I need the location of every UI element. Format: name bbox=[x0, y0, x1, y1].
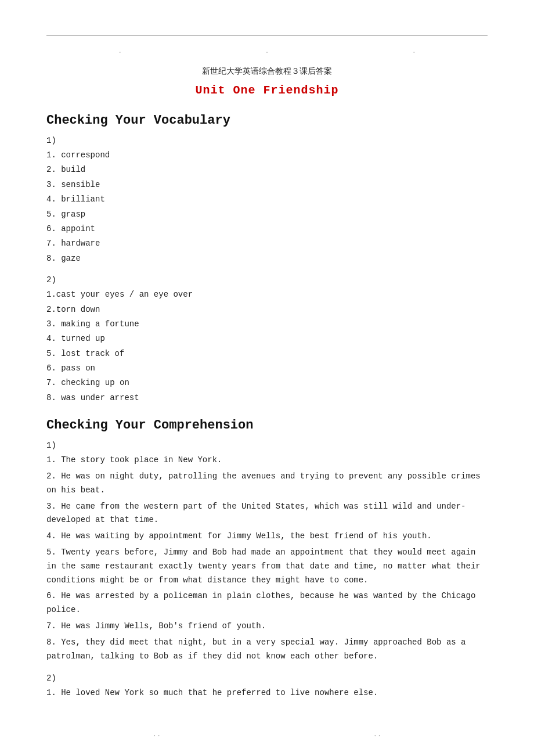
vocab-phrase-6: 6. pass on bbox=[46, 362, 488, 375]
vocab-item-1: 1. correspond bbox=[46, 149, 488, 161]
vocab-phrase-7: 7. checking up on bbox=[46, 376, 488, 389]
section-comprehension: Checking Your Comprehension 1) 1. The st… bbox=[46, 418, 488, 700]
comp-p3: 3. He came from the western part of the … bbox=[46, 500, 488, 528]
section-heading-comprehension: Checking Your Comprehension bbox=[46, 418, 488, 433]
vocab-item-6: 6. appoint bbox=[46, 222, 488, 235]
vocab-item-7: 7. hardware bbox=[46, 237, 488, 250]
comp-part2-label: 2) bbox=[46, 674, 488, 683]
vocab-phrase-4: 4. turned up bbox=[46, 332, 488, 345]
comprehension-part-1: 1) 1. The story took place in New York. … bbox=[46, 441, 488, 663]
vocab-item-5: 5. grasp bbox=[46, 208, 488, 221]
comp-p4: 4. He was waiting by appointment for Jim… bbox=[46, 530, 488, 543]
vocab-item-8: 8. gaze bbox=[46, 252, 488, 265]
comp-part1-label: 1) bbox=[46, 441, 488, 450]
vocab-phrase-1: 1.cast your eyes / an eye over bbox=[46, 288, 488, 301]
comp-p1: 1. The story took place in New York. bbox=[46, 453, 488, 467]
vocab-item-2: 2. build bbox=[46, 163, 488, 176]
comp-p5: 5. Twenty years before, Jimmy and Bob ha… bbox=[46, 546, 488, 587]
vocab-phrase-5: 5. lost track of bbox=[46, 347, 488, 360]
section-heading-vocabulary: Checking Your Vocabulary bbox=[46, 113, 488, 128]
top-rule bbox=[46, 35, 488, 35]
vocab-item-3: 3. sensible bbox=[46, 178, 488, 191]
subtitle: 新世纪大学英语综合教程３课后答案 bbox=[46, 66, 488, 77]
bottom-dot-left: .. bbox=[153, 730, 161, 739]
main-title: Unit One Friendship bbox=[46, 84, 488, 97]
comp-p2: 2. He was on night duty, patrolling the … bbox=[46, 470, 488, 498]
vocab-phrase-3: 3. making a fortune bbox=[46, 318, 488, 330]
top-dot-3: . bbox=[410, 48, 418, 55]
bottom-dot-right: .. bbox=[373, 730, 381, 739]
comp-p7: 7. He was Jimmy Wells, Bob's friend of y… bbox=[46, 620, 488, 633]
bottom-dots: .. .. bbox=[46, 730, 488, 739]
section-vocabulary: Checking Your Vocabulary 1) 1. correspon… bbox=[46, 113, 488, 404]
vocab-phrase-2: 2.torn down bbox=[46, 303, 488, 316]
comprehension-part-2: 2) 1. He loved New York so much that he … bbox=[46, 674, 488, 700]
vocab-item-4: 4. brilliant bbox=[46, 193, 488, 206]
vocabulary-part-2: 2) 1.cast your eyes / an eye over 2.torn… bbox=[46, 275, 488, 404]
top-dots: . . . bbox=[46, 48, 488, 55]
vocab-part1-label: 1) bbox=[46, 136, 488, 145]
comp-p8: 8. Yes, they did meet that night, but in… bbox=[46, 636, 488, 664]
comp-p6: 6. He was arrested by a policeman in pla… bbox=[46, 589, 488, 617]
top-dot-1: . bbox=[116, 48, 124, 55]
vocab-phrase-8: 8. was under arrest bbox=[46, 391, 488, 404]
vocab-part2-label: 2) bbox=[46, 275, 488, 285]
comp-p9: 1. He loved New York so much that he pre… bbox=[46, 686, 488, 700]
page: . . . 新世纪大学英语综合教程３课后答案 Unit One Friendsh… bbox=[0, 0, 534, 756]
top-dot-2: . bbox=[263, 48, 271, 55]
vocabulary-part-1: 1) 1. correspond 2. build 3. sensible 4.… bbox=[46, 136, 488, 265]
